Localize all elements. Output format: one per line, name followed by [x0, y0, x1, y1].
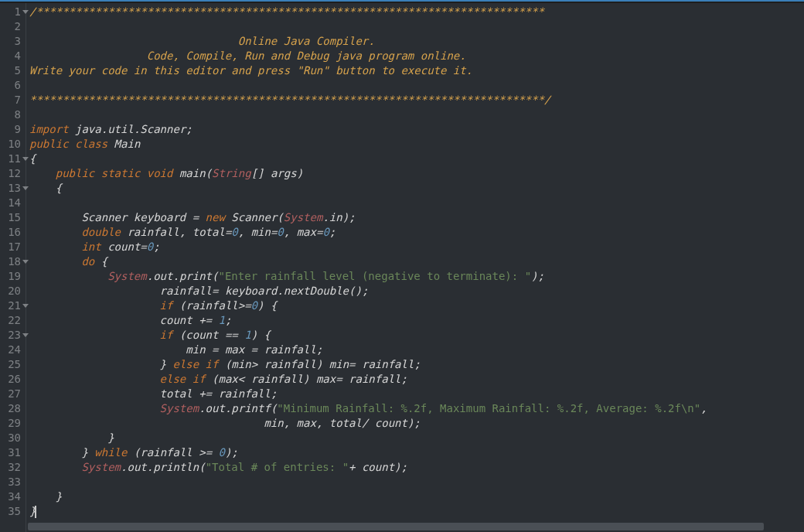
line-number: 31 [0, 445, 26, 460]
token-punct: ); [407, 417, 421, 429]
code-line[interactable]: rainfall= keyboard.nextDouble(); [29, 284, 804, 298]
code-line[interactable] [29, 475, 804, 489]
line-number-fold[interactable]: 23 [0, 328, 26, 343]
token-text [199, 211, 205, 223]
code-line[interactable]: public static void main(String[] args) [29, 166, 804, 181]
token-punct: (); [349, 285, 368, 297]
token-text: max [218, 373, 237, 385]
code-line[interactable]: System.out.printf("Minimum Rainfall: %.2… [29, 401, 804, 416]
code-line[interactable]: do { [29, 254, 804, 269]
token-num: 0 [231, 226, 237, 238]
code-editor[interactable]: 1234567891011121314151617181920212223242… [0, 3, 804, 532]
token-kw: do [81, 255, 94, 268]
token-text [186, 373, 192, 385]
code-line[interactable] [29, 78, 804, 93]
line-number-fold[interactable]: 13 [0, 181, 26, 196]
token-str: "Enter rainfall level (negative to termi… [219, 270, 532, 282]
horizontal-scrollbar[interactable] [26, 521, 793, 532]
token-text: count [101, 240, 141, 253]
token-punct: . [322, 211, 329, 223]
line-number: 12 [0, 166, 26, 181]
token-kw: public [56, 167, 95, 179]
token-text [218, 358, 224, 370]
token-text: max [310, 373, 336, 385]
token-text: rainfall [121, 226, 179, 238]
code-area[interactable]: /***************************************… [26, 3, 804, 532]
code-line[interactable]: { [29, 152, 804, 166]
token-punct: { [264, 329, 271, 341]
code-line[interactable]: } while (rainfall >= 0); [29, 445, 804, 460]
code-line[interactable]: Code, Compile, Run and Debug java progra… [29, 49, 804, 63]
token-num: 0 [147, 240, 153, 253]
token-type: int [81, 240, 100, 253]
code-line[interactable]: } [29, 504, 804, 519]
line-number: 22 [0, 313, 26, 328]
code-line[interactable]: count += 1; [29, 313, 804, 328]
token-text: count [186, 329, 225, 341]
token-kw: else [160, 373, 186, 385]
line-number: 24 [0, 343, 26, 357]
line-number-fold[interactable]: 18 [0, 254, 26, 269]
code-line[interactable]: } [29, 489, 804, 504]
code-line[interactable]: else if (max< rainfall) max= rainfall; [29, 372, 804, 387]
token-type: void [147, 167, 173, 179]
token-num: 0 [219, 446, 225, 459]
token-punct: > [251, 358, 257, 370]
token-kw: import [29, 123, 69, 135]
code-line[interactable]: Write your code in this editor and press… [29, 63, 804, 78]
vertical-scrollbar[interactable] [793, 3, 804, 532]
line-number-fold[interactable]: 1 [0, 5, 26, 19]
token-kw: if [192, 373, 206, 385]
token-text: main [172, 167, 205, 179]
token-punct: ); [394, 461, 407, 473]
token-text [264, 299, 270, 312]
code-line[interactable]: System.out.println("Total # of entries: … [29, 460, 804, 475]
code-line[interactable]: } [29, 431, 804, 445]
line-number: 26 [0, 372, 26, 387]
token-punct: += [199, 387, 212, 400]
token-punct: ; [401, 373, 407, 385]
token-text [199, 358, 205, 370]
code-line[interactable]: import java.util.Scanner; [29, 122, 804, 137]
token-text: min [244, 226, 271, 238]
code-line[interactable]: /***************************************… [29, 5, 804, 19]
token-punct: >= [199, 446, 212, 459]
line-number-fold[interactable]: 21 [0, 298, 26, 313]
code-line[interactable]: { [29, 181, 804, 196]
token-punct: = [336, 373, 342, 385]
line-number-fold[interactable]: 11 [0, 152, 26, 166]
token-punct: ; [414, 358, 420, 370]
code-line[interactable]: System.out.print("Enter rainfall level (… [29, 269, 804, 284]
code-line[interactable]: public class Main [29, 137, 804, 152]
token-num: 0 [322, 226, 329, 238]
token-punct: += [199, 314, 212, 326]
code-line[interactable]: double rainfall, total=0, min=0, max=0; [29, 225, 804, 240]
code-line[interactable] [29, 196, 804, 210]
token-text: keyboard [218, 285, 277, 297]
code-line[interactable] [29, 19, 804, 34]
code-line[interactable]: min = max = rainfall; [29, 343, 804, 357]
code-line[interactable]: ****************************************… [29, 93, 804, 107]
code-line[interactable]: total += rainfall; [29, 387, 804, 401]
line-number: 29 [0, 416, 26, 431]
line-number-gutter[interactable]: 1234567891011121314151617181920212223242… [0, 3, 26, 532]
code-line[interactable]: if (count == 1) { [29, 328, 804, 343]
code-line[interactable]: Online Java Compiler. [29, 34, 804, 49]
code-line[interactable] [29, 107, 804, 122]
code-line[interactable]: Scanner keyboard = new Scanner(System.in… [29, 210, 804, 225]
code-line[interactable]: } else if (min> rainfall) min= rainfall; [29, 357, 804, 372]
token-text: rainfall [140, 446, 199, 459]
line-number: 10 [0, 137, 26, 152]
code-line[interactable]: if (rainfall>=0) { [29, 298, 804, 313]
code-line[interactable]: int count=0; [29, 240, 804, 254]
token-text [127, 446, 133, 459]
token-punct: ); [342, 211, 356, 223]
token-punct: + [349, 461, 355, 473]
token-punct: = [192, 211, 199, 223]
token-text: java [69, 123, 101, 135]
token-text: args [264, 167, 297, 179]
horizontal-scrollbar-thumb[interactable] [28, 523, 764, 530]
token-kw: static [101, 167, 141, 179]
line-number: 4 [0, 49, 26, 63]
code-line[interactable]: min, max, total/ count); [29, 416, 804, 431]
